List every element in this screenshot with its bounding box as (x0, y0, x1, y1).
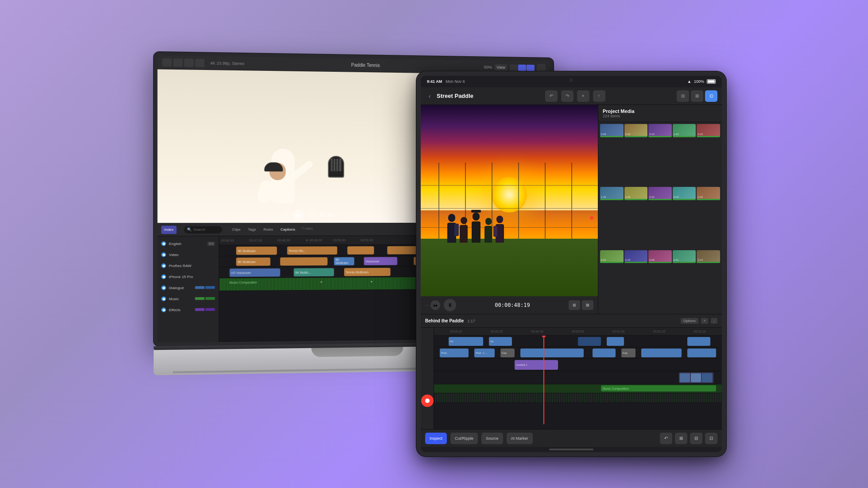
media-thumb-12[interactable]: 0:16 (624, 250, 648, 263)
ipad-clip-2-4[interactable] (593, 349, 616, 357)
tab-tags[interactable]: Tags (245, 227, 259, 232)
source-btn[interactable]: Source (481, 433, 503, 444)
clip-vo-3[interactable]: Tennis Multicam (344, 268, 391, 276)
media-thumb-9[interactable]: 0:18 (673, 187, 696, 200)
status-date: Mon Nov 6 (446, 79, 465, 84)
bottom-icon-4[interactable]: ⊡ (705, 433, 717, 444)
bottom-icon-2[interactable]: ⊞ (675, 433, 687, 444)
clip-vo-2[interactable]: 8K Multic... (294, 268, 334, 276)
media-thumb-5[interactable]: 0:23 (697, 124, 720, 137)
tl-zoom-out[interactable]: - (711, 318, 717, 324)
toolbar-left-btns (162, 58, 204, 67)
ipad-clip-1-1[interactable]: Ob (449, 337, 483, 346)
ipad-clip-2-5[interactable] (641, 349, 682, 357)
ipad-clip-2-1[interactable]: iPad... (440, 349, 469, 357)
ipad-clip-gap-1[interactable]: Gap (500, 349, 515, 357)
media-thumb-3[interactable]: 0:10 (648, 124, 672, 137)
tool-btn-redo[interactable]: ↷ (561, 90, 574, 102)
viewer-timecode: 51:14 (320, 213, 332, 217)
role-check-music[interactable] (161, 297, 166, 301)
media-thumb-7[interactable]: 1:20 (624, 187, 648, 200)
ipad-clip-2-2[interactable]: iPad - L... (474, 349, 495, 357)
clip-caption-3[interactable] (347, 246, 374, 255)
clip-2-4[interactable]: Voiceover (364, 257, 397, 265)
clip-2-1[interactable]: 8K Multicam (236, 257, 270, 266)
share-btn[interactable] (537, 64, 546, 72)
media-btn-grid[interactable]: ⊞ (691, 90, 703, 102)
next-btn[interactable] (308, 211, 316, 219)
clip-2-3[interactable]: 8K Multicam (334, 257, 354, 266)
tab-roles[interactable]: Roles (261, 227, 276, 232)
media-btn-active[interactable]: ⊡ (705, 90, 717, 102)
ipad-music-clip[interactable]: Music Composition (601, 385, 716, 391)
back-button[interactable]: ‹ (425, 92, 434, 101)
tool-btn-undo[interactable]: ↶ (545, 90, 558, 102)
ctrl-btn-2[interactable]: ⊠ (582, 300, 593, 310)
clip-2-2[interactable] (280, 257, 327, 266)
tab-captions[interactable]: Captions (278, 227, 298, 232)
ipad-clip-1-4[interactable] (607, 337, 624, 346)
media-btn-list[interactable]: ⊟ (677, 90, 689, 102)
media-thumb-14[interactable]: 0:01 (673, 250, 696, 263)
skip-back-btn[interactable]: ⏮ (430, 300, 440, 310)
media-thumb-2[interactable]: 0:26 (624, 124, 648, 137)
ipad-clip-1-2[interactable]: Ob (489, 337, 512, 346)
ipad-clip-untitled[interactable]: Untitled-1 (515, 360, 558, 370)
layout-btn-2[interactable] (518, 64, 526, 70)
record-button[interactable] (421, 395, 434, 407)
prev-btn[interactable] (281, 211, 289, 219)
toolbar-btn-3[interactable] (184, 58, 194, 67)
layout-btn-3[interactable] (527, 65, 535, 71)
media-thumb-15[interactable]: 0:14 (697, 250, 720, 263)
tab-clips[interactable]: Clips (229, 227, 244, 232)
tl-zoom-in[interactable]: + (701, 318, 709, 324)
tl-options-btn[interactable]: Options (681, 318, 698, 324)
media-thumb-4[interactable]: 1:42 (673, 124, 696, 137)
ipad-clip-2-6[interactable] (687, 349, 716, 357)
ctrl-btn-1[interactable]: ⊞ (569, 300, 580, 310)
role-check-dialogue[interactable] (161, 286, 166, 290)
scene-container: 4K 23.98p, Stereo Paddle Tennis 50% View (168, 45, 700, 443)
ipad-clip-2-3[interactable] (520, 349, 584, 357)
status-right: ▲ 100% (687, 79, 716, 84)
toolbar-btn-4[interactable] (195, 58, 204, 67)
role-check-video[interactable] (161, 252, 166, 257)
media-thumb-6[interactable]: 1:25 (600, 187, 624, 200)
inspect-button[interactable]: Inspect (425, 433, 447, 444)
clip-vo-1[interactable]: VO Voiceover (229, 268, 280, 277)
role-check-iphone[interactable] (161, 275, 166, 279)
bottom-icon-1[interactable]: ↶ (660, 433, 672, 444)
ipad-clip-gap-2[interactable]: Gap (621, 349, 636, 357)
ipad-timeline: Behind the Paddle 1:17 Options + - (421, 314, 722, 429)
role-check-english[interactable] (161, 241, 166, 246)
clip-caption-1[interactable]: 8K Multicam (236, 247, 277, 255)
media-thumb-8[interactable]: 0:32 (648, 187, 672, 200)
tool-btn-share[interactable]: ↑ (593, 90, 605, 102)
media-thumb-1[interactable]: 0:09 (600, 124, 624, 137)
play-pause-btn[interactable]: ▶ (293, 210, 304, 221)
wifi-icon: ▲ (687, 79, 691, 84)
bottom-icon-3[interactable]: ⊟ (690, 433, 702, 444)
role-effects: Effects (158, 304, 219, 315)
timeline-search[interactable]: 🔍 Search (184, 226, 222, 233)
layout-btn-1[interactable] (510, 64, 518, 70)
media-thumb-10[interactable]: 0:20 (697, 187, 720, 200)
ipad-play-btn[interactable]: ⏸ (444, 299, 456, 311)
ipad-track-2: iPad... iPad - L... Gap Gap (434, 347, 722, 359)
at-marker-btn[interactable]: At Marker (507, 433, 533, 444)
toolbar-btn-2[interactable] (173, 58, 182, 67)
view-button[interactable]: View (494, 64, 508, 70)
ipad-clip-1-5[interactable] (687, 337, 710, 346)
tool-btn-add[interactable]: + (577, 90, 589, 102)
ipad-video (421, 105, 598, 296)
role-check-effects[interactable] (161, 307, 166, 312)
role-check-prores[interactable] (161, 263, 166, 268)
ipad-clip-1-3[interactable] (578, 337, 601, 346)
toolbar-btn-1[interactable] (162, 58, 172, 66)
media-thumb-13[interactable]: 0:09 (648, 250, 672, 263)
clip-caption-2[interactable]: Tennis Mu... (287, 246, 337, 255)
cut-ripple-btn[interactable]: Cut/Ripple (450, 433, 478, 444)
media-count: 224 items (603, 114, 717, 118)
index-btn[interactable]: Index (161, 225, 176, 234)
media-thumb-11[interactable]: 0:02 (600, 250, 624, 263)
